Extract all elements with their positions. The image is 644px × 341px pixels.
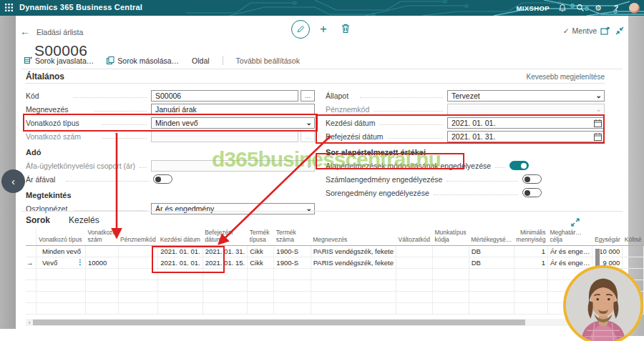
row-selector-cell[interactable]: → xyxy=(26,257,36,269)
empty-table-cell[interactable] xyxy=(311,280,396,292)
table-horizontal-scrollbar[interactable]: ‹ xyxy=(26,319,614,326)
table-cell[interactable] xyxy=(623,257,644,269)
empty-table-cell[interactable] xyxy=(85,292,118,303)
oszlopnezet-dropdown[interactable]: Ár és engedmény ⌄ xyxy=(151,203,315,214)
empty-table-cell[interactable] xyxy=(311,269,396,280)
column-header[interactable]: Munkatípus kódja xyxy=(432,229,469,246)
empty-table-cell[interactable] xyxy=(248,269,274,280)
chevron-down-icon[interactable]: ⌄ xyxy=(306,204,312,214)
empty-table-cell[interactable] xyxy=(26,280,36,292)
empty-table-cell[interactable] xyxy=(396,280,432,292)
table-cell[interactable]: 2021. 01. 01. xyxy=(158,257,203,269)
chevron-down-icon[interactable]: ⌄ xyxy=(306,118,312,128)
more-options-action[interactable]: További beállítások xyxy=(236,56,300,65)
table-cell[interactable] xyxy=(432,246,469,257)
empty-table-row[interactable] xyxy=(26,280,644,292)
table-row[interactable]: →Vevő⋮100002021. 01. 01.2021. 01. 15.Cik… xyxy=(26,257,644,269)
user-avatar[interactable] xyxy=(629,3,640,14)
app-launcher-waffle-icon[interactable] xyxy=(5,4,13,11)
empty-table-cell[interactable] xyxy=(396,269,432,280)
copy-lines-action[interactable]: Sorok másolása… xyxy=(107,56,179,65)
table-cell[interactable]: 2021. 01. 01. xyxy=(158,246,203,257)
empty-table-cell[interactable] xyxy=(274,303,311,315)
table-cell[interactable] xyxy=(118,246,158,257)
table-cell[interactable] xyxy=(118,257,158,269)
table-cell[interactable] xyxy=(432,257,469,269)
empty-table-cell[interactable] xyxy=(203,292,247,303)
column-header[interactable]: Termék száma xyxy=(274,229,311,246)
empty-table-cell[interactable] xyxy=(36,280,86,292)
notifications-bell-icon[interactable] xyxy=(557,3,567,13)
empty-table-cell[interactable] xyxy=(203,303,247,315)
empty-table-cell[interactable] xyxy=(432,269,469,280)
suggest-lines-action[interactable]: Sorok javaslata… xyxy=(24,56,94,65)
empty-table-row[interactable] xyxy=(26,269,644,280)
empty-table-cell[interactable] xyxy=(432,292,469,303)
open-in-window-icon[interactable] xyxy=(600,25,610,38)
empty-table-cell[interactable] xyxy=(469,303,514,315)
tab-sorok[interactable]: Sorok xyxy=(26,215,50,225)
column-header[interactable]: Vonatkozó szám xyxy=(85,229,118,246)
empty-table-cell[interactable] xyxy=(36,269,86,280)
company-name[interactable]: MIXSHOP xyxy=(516,4,550,12)
table-cell[interactable]: 2021. 01. 15. xyxy=(203,257,247,269)
empty-table-cell[interactable] xyxy=(514,303,547,315)
empty-table-cell[interactable] xyxy=(432,303,469,315)
new-plus-button[interactable]: + xyxy=(320,22,327,36)
table-cell[interactable]: Ár és enge… xyxy=(547,257,592,269)
chevron-down-icon[interactable]: ⌄ xyxy=(596,91,602,101)
szamlaengedmeny-toggle[interactable] xyxy=(522,174,542,184)
column-header[interactable]: Egységár xyxy=(592,229,623,246)
section-title-general[interactable]: Általános xyxy=(26,71,64,81)
empty-table-row[interactable] xyxy=(26,303,644,315)
column-header[interactable]: Kezdési dátum xyxy=(158,229,203,246)
kod-input[interactable]: S00006 xyxy=(151,90,298,102)
column-header[interactable]: Befejezési dátum xyxy=(203,229,247,246)
sorengedmeny-toggle[interactable] xyxy=(522,188,542,197)
column-header[interactable]: Megnevezés xyxy=(311,229,396,246)
delete-trash-button[interactable] xyxy=(341,24,350,36)
row-selector-cell[interactable] xyxy=(26,246,36,257)
table-cell[interactable] xyxy=(623,246,644,257)
empty-table-cell[interactable] xyxy=(248,303,274,315)
page-action[interactable]: Oldal xyxy=(192,56,210,65)
column-header[interactable]: Vonatkozó típus xyxy=(36,229,86,246)
table-cell[interactable]: Cikk xyxy=(248,257,274,269)
empty-table-cell[interactable] xyxy=(274,292,311,303)
empty-table-cell[interactable] xyxy=(203,280,247,292)
table-cell[interactable]: PARIS vendégszék, fekete xyxy=(311,246,396,257)
empty-table-cell[interactable] xyxy=(118,280,158,292)
help-icon[interactable]: ? xyxy=(611,3,621,13)
table-cell[interactable]: 1 xyxy=(514,246,547,257)
column-header[interactable]: Költsé xyxy=(623,229,644,246)
empty-table-cell[interactable] xyxy=(396,303,432,315)
column-header[interactable]: Változatkód xyxy=(396,229,432,246)
empty-table-cell[interactable] xyxy=(36,292,86,303)
empty-table-cell[interactable] xyxy=(158,269,203,280)
empty-table-cell[interactable] xyxy=(469,280,514,292)
megnevezes-input[interactable]: Januári árak xyxy=(151,104,315,115)
empty-table-cell[interactable] xyxy=(432,280,469,292)
empty-table-cell[interactable] xyxy=(514,280,547,292)
collapse-diagonal-icon[interactable] xyxy=(615,25,624,38)
column-header[interactable]: Meghatár… célja xyxy=(547,229,592,246)
scroll-left-arrow-icon[interactable]: ‹ xyxy=(26,320,33,326)
empty-table-cell[interactable] xyxy=(85,269,118,280)
ar-afaval-toggle[interactable] xyxy=(153,174,172,184)
hscroll-thumb[interactable] xyxy=(33,320,525,325)
table-row[interactable]: Minden vevő2021. 01. 01.2021. 01. 31.Cik… xyxy=(26,246,644,257)
alapert-modositas-toggle[interactable] xyxy=(509,161,529,170)
settings-gear-icon[interactable]: ⚙ xyxy=(593,3,603,13)
table-cell[interactable]: Ár és enge… xyxy=(547,246,592,257)
calendar-icon[interactable] xyxy=(594,119,602,129)
kezdesi-datum-input[interactable]: 2021. 01. 01. xyxy=(447,117,605,129)
column-header[interactable]: Termék típusa xyxy=(248,229,274,246)
empty-table-cell[interactable] xyxy=(26,269,36,280)
empty-table-cell[interactable] xyxy=(514,269,547,280)
column-header[interactable]: Pénznemkód xyxy=(118,229,158,246)
column-header[interactable]: Mértékegysé… xyxy=(469,229,514,246)
empty-table-cell[interactable] xyxy=(26,303,36,315)
empty-table-cell[interactable] xyxy=(158,292,203,303)
empty-table-cell[interactable] xyxy=(514,292,547,303)
show-less-link[interactable]: Kevesebb megjelenítése xyxy=(526,73,605,81)
